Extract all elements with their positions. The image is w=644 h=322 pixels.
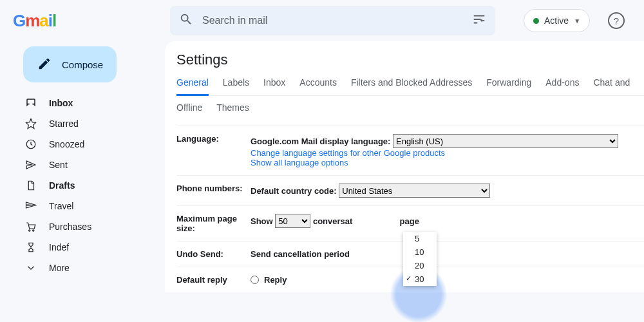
- country-select[interactable]: United States: [339, 184, 490, 198]
- chevron-down-icon: [24, 262, 37, 274]
- file-icon: [24, 180, 37, 191]
- language-select[interactable]: English (US): [393, 134, 618, 148]
- radio-reply[interactable]: [251, 276, 259, 284]
- svg-point-1: [29, 230, 30, 231]
- sidebar-item-indef[interactable]: Indef: [5, 237, 160, 258]
- sidebar-item-travel[interactable]: Travel: [5, 196, 160, 216]
- reply-option: Reply: [264, 275, 287, 285]
- tab-addons[interactable]: Add-ons: [545, 77, 579, 95]
- tab-accounts[interactable]: Accounts: [299, 77, 337, 95]
- tab-labels[interactable]: Labels: [223, 77, 249, 95]
- hourglass-icon: [24, 242, 37, 253]
- row-label: Phone numbers:: [176, 184, 251, 198]
- tab-offline[interactable]: Offline: [176, 102, 202, 119]
- gmail-m-icon: Gmail: [13, 11, 56, 31]
- row-label: Language:: [176, 134, 251, 167]
- sidebar-item-starred[interactable]: Starred: [5, 113, 160, 134]
- row-label: Maximum page size:: [176, 214, 251, 233]
- row-label: Default reply: [176, 275, 251, 285]
- inbox-icon: [24, 97, 37, 109]
- search-input[interactable]: [202, 15, 463, 26]
- sidebar-item-inbox[interactable]: Inbox: [5, 93, 160, 113]
- search-options-icon[interactable]: [472, 12, 486, 29]
- page-title: Settings: [176, 52, 644, 68]
- tab-chat[interactable]: Chat and: [593, 77, 630, 95]
- chevron-down-icon: ▼: [574, 17, 580, 24]
- tab-forwarding[interactable]: Forwarding: [486, 77, 531, 95]
- sidebar-item-snoozed[interactable]: Snoozed: [5, 134, 160, 155]
- tab-filters[interactable]: Filters and Blocked Addresses: [351, 77, 472, 95]
- language-link-showall[interactable]: Show all language options: [251, 158, 348, 167]
- phone-display-label: Default country code:: [251, 186, 337, 196]
- language-display-label: Google.com Mail display language:: [251, 137, 390, 146]
- help-button[interactable]: ?: [608, 12, 625, 29]
- undo-option-30[interactable]: 30: [403, 272, 437, 286]
- undo-seconds-dropdown[interactable]: 5 10 20 30: [403, 232, 437, 286]
- sidebar-item-purchases[interactable]: Purchases: [5, 216, 160, 237]
- status-label: Active: [544, 15, 569, 26]
- tab-general[interactable]: General: [176, 77, 209, 96]
- pagesize-prefix: Show: [251, 216, 273, 226]
- row-language: Language: Google.com Mail display langua…: [176, 126, 644, 176]
- plane-icon: [24, 200, 37, 212]
- row-phone: Phone numbers: Default country code: Uni…: [176, 176, 644, 206]
- send-icon: [24, 159, 37, 171]
- compose-button[interactable]: Compose: [23, 46, 117, 82]
- search-icon: [179, 12, 193, 29]
- undo-option-10[interactable]: 10: [403, 245, 437, 259]
- sidebar: Compose Inbox Starred Snoozed Sent Draft…: [0, 41, 165, 292]
- status-chip[interactable]: Active ▼: [524, 9, 590, 32]
- row-label: Undo Send:: [176, 249, 251, 259]
- clock-icon: [24, 138, 37, 150]
- pagesize-mid: conversat: [313, 216, 352, 226]
- cart-icon: [24, 221, 37, 232]
- pagesize-select[interactable]: 50: [275, 214, 310, 228]
- search-bar[interactable]: [170, 6, 495, 35]
- sidebar-item-sent[interactable]: Sent: [5, 155, 160, 175]
- pagesize-suffix: page: [400, 216, 419, 226]
- settings-tabs: General Labels Inbox Accounts Filters an…: [176, 77, 644, 96]
- pencil-icon: [37, 57, 52, 73]
- sidebar-item-more[interactable]: More: [5, 258, 160, 278]
- undo-prefix: Send cancellation period: [251, 249, 350, 259]
- tab-inbox[interactable]: Inbox: [263, 77, 285, 95]
- compose-label: Compose: [62, 59, 103, 70]
- svg-point-2: [33, 230, 34, 231]
- undo-option-20[interactable]: 20: [403, 259, 437, 272]
- tab-themes[interactable]: Themes: [216, 102, 249, 119]
- language-link-products[interactable]: Change language settings for other Googl…: [251, 148, 445, 158]
- star-icon: [24, 118, 37, 129]
- undo-option-5[interactable]: 5: [403, 232, 437, 245]
- status-dot-icon: [533, 18, 539, 24]
- gmail-logo[interactable]: Gmail: [13, 11, 161, 31]
- sidebar-item-drafts[interactable]: Drafts: [5, 175, 160, 196]
